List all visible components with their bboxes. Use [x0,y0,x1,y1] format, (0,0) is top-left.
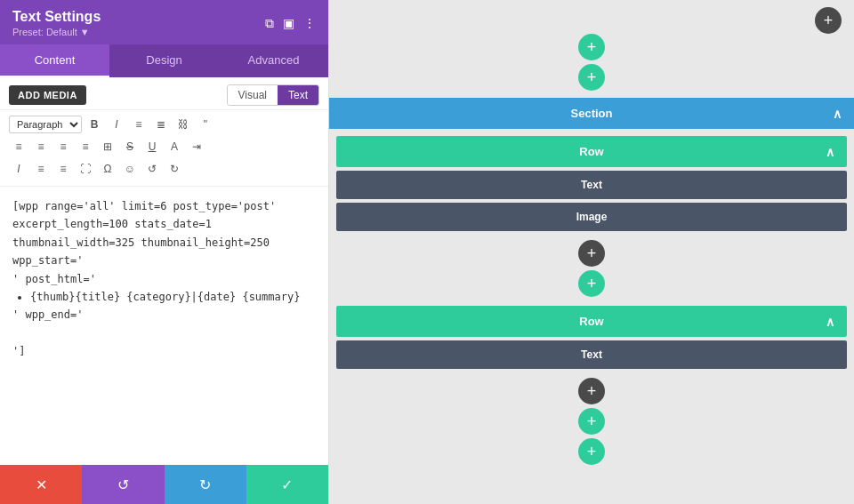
section-chevron[interactable]: ∧ [833,107,842,121]
builder-canvas: + + + Section ∧ Row ∧ Text Image + + Row… [329,0,854,504]
row1-label: Row [579,145,603,158]
text2-block[interactable]: Text [336,340,847,369]
table-button[interactable]: ⊞ [98,137,117,156]
ordered-list-button[interactable]: ≣ [151,115,171,134]
format-row-1: Paragraph Heading 1 Heading 2 B I ≡ ≣ ⛓ … [9,115,319,134]
indent-button[interactable]: ⇥ [187,137,206,156]
top-add-dark-button[interactable]: + [815,7,842,34]
blockquote-button[interactable]: " [196,115,215,134]
indent2-button[interactable]: ≡ [53,159,73,179]
redo-footer-button[interactable]: ↻ [165,465,246,504]
row2-chevron[interactable]: ∧ [826,315,834,329]
paragraph-select[interactable]: Paragraph Heading 1 Heading 2 [9,116,82,133]
format-toolbar: Paragraph Heading 1 Heading 2 B I ≡ ≣ ⛓ … [0,110,328,187]
plus-teal-2[interactable]: + [578,64,605,91]
image-block[interactable]: Image [336,203,847,231]
panel-tabs: Content Design Advanced [0,44,328,77]
panel-header: Text Settings Preset: Default ▼ ⧉ ▣ ⋮ [0,0,328,44]
italic2-button[interactable]: I [9,159,28,179]
strikethrough-button[interactable]: S [120,137,140,156]
save-button[interactable]: ✓ [246,465,328,504]
panel-preset[interactable]: Preset: Default ▼ [12,27,101,37]
plus-teal-bottom[interactable]: + [578,408,605,435]
plus-teal-extra[interactable]: + [578,438,605,465]
tab-advanced[interactable]: Advanced [219,44,328,77]
panel-footer: ✕ ↺ ↻ ✓ [0,465,328,504]
align-justify-button[interactable]: ≡ [76,137,95,156]
panel-header-icons: ⧉ ▣ ⋮ [265,16,316,31]
row1-chevron[interactable]: ∧ [826,145,834,159]
mid-controls: + + [329,233,854,304]
plus-dark-mid[interactable]: + [578,240,605,267]
panel-title: Text Settings [12,9,101,25]
cancel-button[interactable]: ✕ [0,465,82,504]
section-header: Section ∧ [329,98,854,129]
section-label: Section [571,107,613,120]
tab-design[interactable]: Design [109,44,219,77]
fullscreen-button[interactable]: ⛶ [76,159,95,179]
unordered-list-button[interactable]: ≡ [129,115,149,134]
visual-view-button[interactable]: Visual [228,85,278,105]
window-icon[interactable]: ⧉ [265,16,274,31]
plus-teal-1[interactable]: + [578,34,605,60]
row2-header: Row ∧ [336,306,847,337]
more-icon[interactable]: ⋮ [303,16,316,30]
align-left-button[interactable]: ≡ [9,137,28,156]
tab-content[interactable]: Content [0,44,109,77]
bold-button[interactable]: B [85,115,104,134]
plus-dark-bottom[interactable]: + [578,378,605,404]
text-view-button[interactable]: Text [278,85,318,105]
undo-button[interactable]: ↺ [142,159,162,179]
text1-block[interactable]: Text [336,171,847,199]
emoji-button[interactable]: ☺ [120,159,140,179]
redo-button[interactable]: ↻ [165,159,184,179]
top-right-add: + [815,4,842,37]
add-media-button[interactable]: ADD MEDIA [9,85,86,105]
plus-teal-mid[interactable]: + [578,270,605,297]
text-color-button[interactable]: A [165,137,184,156]
row1-header: Row ∧ [336,136,847,167]
link-button[interactable]: ⛓ [173,115,193,134]
media-toolbar: ADD MEDIA Visual Text [0,77,328,110]
align-center-button[interactable]: ≡ [31,137,51,156]
reset-button[interactable]: ↺ [82,465,164,504]
shortcode-text: [wpp range='all' limit=6 post_type='post… [12,197,316,361]
format-row-2: ≡ ≡ ≡ ≡ ⊞ S U A ⇥ [9,137,319,156]
format-row-3: I ≡ ≡ ⛶ Ω ☺ ↺ ↻ [9,159,319,179]
editor-content[interactable]: [wpp range='all' limit=6 post_type='post… [0,187,328,465]
bottom-controls: + + + [329,371,854,472]
italic-button[interactable]: I [107,115,126,134]
underline-button[interactable]: U [142,137,162,156]
text-settings-panel: Text Settings Preset: Default ▼ ⧉ ▣ ⋮ Co… [0,0,329,504]
row2-label: Row [579,315,603,328]
align-right-button[interactable]: ≡ [53,137,73,156]
view-toggle: Visual Text [227,84,319,106]
columns-icon[interactable]: ▣ [283,16,294,30]
special-char-button[interactable]: Ω [98,159,117,179]
top-controls: + + [329,27,854,98]
outdent-button[interactable]: ≡ [31,159,51,179]
